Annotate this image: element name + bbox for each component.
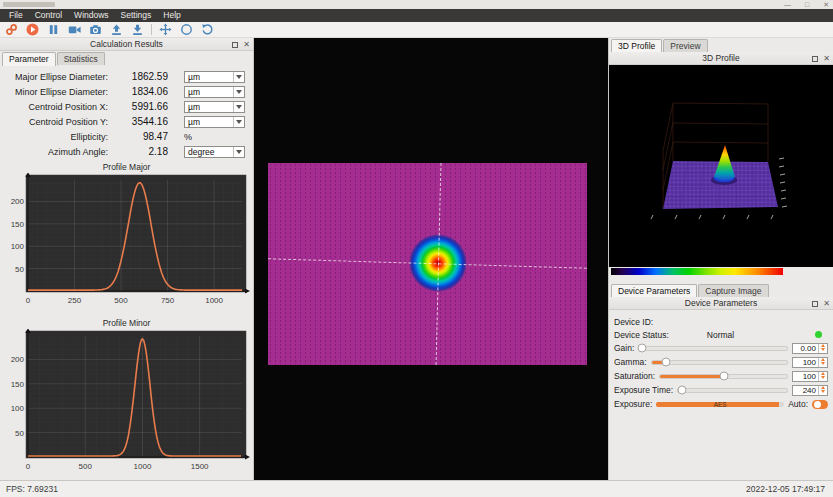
auto-toggle[interactable] [812,400,828,409]
param-row: Centroid Position X: 5991.66 µm [2,99,249,114]
param-row: Centroid Position Y: 3544.16 µm [2,114,249,129]
slider-handle[interactable] [662,358,671,367]
float-icon[interactable] [232,42,238,48]
ellipse-overlay-button[interactable] [179,23,194,37]
colorbar-row [609,267,833,279]
play-icon [26,23,39,36]
menu-windows[interactable]: Windows [68,9,114,22]
device-status-row: Device Status: Normal [614,328,828,341]
right-bottom-tabbar: Device Parameters Capture Image [609,283,833,297]
device-id-label: Device ID: [614,317,653,327]
pan-button[interactable] [158,23,173,37]
close-icon[interactable]: ✕ [823,52,830,65]
profile-major-title: Profile Major [0,162,253,173]
toolbar [0,22,833,38]
saturation-slider[interactable] [659,374,788,379]
unit-select[interactable]: degree [184,146,245,158]
chevron-down-icon [233,147,244,157]
tab-preview[interactable]: Preview [663,39,707,52]
spin-up-icon[interactable] [821,342,825,347]
panel-title: Calculation Results [0,39,253,49]
move-icon [159,23,172,36]
menu-control[interactable]: Control [29,9,68,22]
panel-title: Device Parameters [609,298,833,308]
unit-select[interactable]: µm [184,101,245,113]
capture-photo-button[interactable] [88,23,103,37]
device-status-value: Normal [707,330,734,340]
download-icon [131,23,144,36]
svg-text:50: 50 [15,265,24,274]
reset-button[interactable] [200,23,215,37]
intensity-colorbar [611,268,783,275]
saturation-spinbox[interactable]: 100 [792,371,828,382]
param-label: Major Ellipse Diameter: [2,72,108,82]
start-button[interactable] [25,23,40,37]
slider-handle[interactable] [719,372,728,381]
unit-select[interactable]: µm [184,116,245,128]
application-window: — □ ✕ File Control Windows Settings Help [0,0,833,497]
spin-up-icon[interactable] [821,356,825,361]
svg-text:200: 200 [11,197,25,206]
svg-text:150: 150 [11,220,25,229]
toolbar-separator [151,24,152,35]
exposure-time-slider[interactable] [677,388,788,393]
gamma-spinbox[interactable]: 100 [792,357,828,368]
circle-icon [180,23,193,36]
slider-handle[interactable] [638,344,647,353]
close-icon[interactable]: ✕ [823,0,829,9]
tab-statistics[interactable]: Statistics [57,52,105,65]
spin-up-icon[interactable] [821,384,825,389]
float-icon[interactable] [812,56,818,62]
param-value: 1862.59 [108,71,170,82]
calculation-results-titlebar: Calculation Results ✕ [0,38,253,51]
left-tabbar: Parameter Statistics [0,51,253,65]
3d-profile-view [609,65,833,267]
tab-parameter[interactable]: Parameter [2,52,56,66]
param-value: 5991.66 [108,101,170,112]
spin-down-icon[interactable] [821,376,825,381]
slider-handle[interactable] [678,386,687,395]
gamma-slider[interactable] [651,360,788,365]
svg-text:50: 50 [15,429,24,438]
right-panel: 3D Profile Preview 3D Profile ✕ [608,38,833,480]
menu-settings[interactable]: Settings [115,9,158,22]
minimize-icon[interactable]: — [784,0,791,9]
svg-text:1500: 1500 [191,462,209,471]
param-value: 3544.16 [108,116,170,127]
gain-slider[interactable] [638,346,788,351]
spin-up-icon[interactable] [821,370,825,375]
chevron-down-icon [233,87,244,97]
spin-down-icon[interactable] [821,348,825,353]
close-icon[interactable]: ✕ [823,297,830,310]
menu-help[interactable]: Help [157,9,186,22]
param-unit: % [184,132,249,142]
pause-icon [47,23,60,36]
gain-spinbox[interactable]: 0.00 [792,343,828,354]
spin-down-icon[interactable] [821,362,825,367]
param-label: Centroid Position X: [2,102,108,112]
float-icon[interactable] [812,301,818,307]
gain-label: Gain: [614,343,634,353]
save-button[interactable] [130,23,145,37]
exposure-time-spinbox[interactable]: 240 [792,385,828,396]
chevron-down-icon [233,117,244,127]
unit-select[interactable]: µm [184,71,245,83]
param-row: Major Ellipse Diameter: 1862.59 µm [2,69,249,84]
maximize-icon[interactable]: □ [805,0,809,9]
exposure-row: Exposure: AES Auto: [614,397,828,411]
record-video-button[interactable] [67,23,82,37]
window-title-text [3,2,55,7]
tab-capture-image[interactable]: Capture Image [698,284,768,297]
menu-file[interactable]: File [3,9,29,22]
close-icon[interactable]: ✕ [243,38,250,51]
unit-select[interactable]: µm [184,86,245,98]
spin-down-icon[interactable] [821,390,825,395]
device-parameter-rows: Device ID: Device Status: Normal Gain: 0 [609,310,833,411]
tab-device-parameters[interactable]: Device Parameters [611,284,697,298]
pause-button[interactable] [46,23,61,37]
exposure-bar[interactable]: AES [656,402,784,407]
tab-3d-profile[interactable]: 3D Profile [611,39,662,53]
connect-button[interactable] [4,23,19,37]
svg-text:100: 100 [11,242,25,251]
load-button[interactable] [109,23,124,37]
